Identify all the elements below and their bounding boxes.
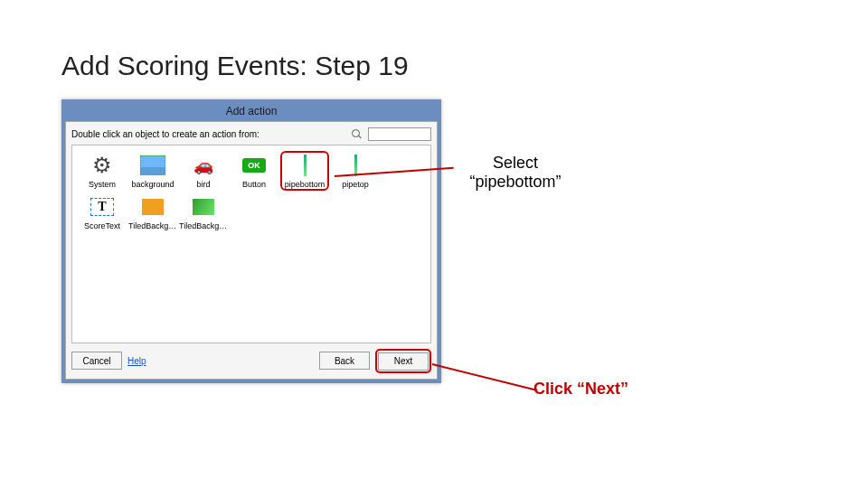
help-link[interactable]: Help [127,356,146,366]
object-label: pipetop [331,180,380,189]
callout-select-pipebottom: Select “pipebottom” [452,154,579,191]
object-scoretext[interactable]: T ScoreText [78,192,127,232]
instruction-text: Double click an object to create an acti… [71,129,259,139]
bird-icon [189,153,218,178]
object-label: background [128,180,177,189]
object-system[interactable]: System [78,151,127,191]
back-button[interactable]: Back [319,352,370,370]
dialog-footer: Cancel Help Back Next [71,343,431,373]
dialog-title: Add action [65,103,438,121]
object-pipetop[interactable]: pipetop [331,151,380,191]
pipe-icon [290,153,319,178]
callout-click-next: Click “Next” [533,380,628,399]
object-background[interactable]: background [128,151,177,191]
dialog-body: Double click an object to create an acti… [65,121,438,380]
instruction-row: Double click an object to create an acti… [71,127,431,141]
object-tiledbackground-1[interactable]: TiledBackgr... [128,192,177,232]
tile-icon [189,194,218,220]
gear-icon [88,153,117,178]
object-label: System [78,180,127,189]
object-label: bird [179,180,228,189]
tile-icon [138,194,167,220]
object-button[interactable]: OK Button [230,151,278,191]
leader-line [432,363,538,391]
object-label: TiledBackgr... [128,221,177,230]
slide-title: Add Scoring Events: Step 19 [61,51,409,81]
next-button-highlight: Next [375,349,431,373]
object-pipebottom[interactable]: pipebottom [280,151,329,191]
cancel-button[interactable]: Cancel [71,352,122,370]
object-label: pipebottom [284,180,326,189]
object-label: ScoreText [78,221,127,230]
search-icon [352,129,363,140]
object-tiledbackground-2[interactable]: TiledBackgr... [179,192,228,232]
object-bird[interactable]: bird [179,151,228,191]
object-label: TiledBackgr... [179,221,228,230]
objects-pane: System background bird OK Button pipebot… [71,145,431,343]
add-action-dialog: Add action Double click an object to cre… [61,99,441,383]
next-button[interactable]: Next [378,352,429,371]
text-icon: T [88,194,117,220]
search-input[interactable] [368,127,431,141]
ok-button-icon: OK [240,153,269,178]
object-label: Button [230,180,278,189]
background-icon [138,153,167,178]
